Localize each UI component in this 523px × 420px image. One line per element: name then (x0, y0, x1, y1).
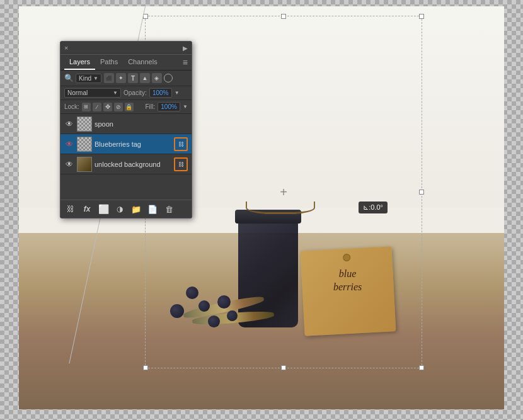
opacity-dropdown-icon[interactable]: ▼ (175, 90, 180, 96)
toolbar-adjustment-icon[interactable]: ◑ (113, 203, 126, 215)
tab-channels[interactable]: Channels (123, 55, 162, 70)
blend-row: Normal ▼ Opacity: 100% ▼ (60, 86, 192, 100)
filter-icons: ⬛ ✦ T ▲ ◈ (104, 73, 173, 83)
opacity-label: Opacity: (124, 89, 147, 96)
layer-item-background[interactable]: 👁 unlocked background ⛓ (60, 154, 192, 174)
tab-layers[interactable]: Layers (64, 55, 95, 70)
layer-name-background: unlocked background (95, 161, 171, 168)
filter-adjustment-icon[interactable]: ✦ (116, 73, 126, 83)
layers-list: 👁 spoon 👁 Blueberries tag ⛓ 👁 unlocked b… (60, 114, 192, 174)
layer-item-spoon[interactable]: 👁 spoon (60, 114, 192, 134)
lock-row: Lock: ⊞ ∕ ✥ ⊘ 🔒 Fill: 100% ▼ (60, 100, 192, 114)
panel-collapse-icon[interactable]: ▶ (183, 45, 188, 52)
lock-brush-icon[interactable]: ∕ (93, 103, 101, 111)
toolbar-fx-icon[interactable]: fx (81, 203, 93, 215)
lock-label: Lock: (64, 103, 79, 110)
berry (186, 287, 198, 299)
lock-partial-icon[interactable]: ⊘ (114, 103, 123, 111)
opacity-input[interactable]: 100% (149, 88, 172, 98)
filter-smartobj-icon[interactable]: ◈ (152, 73, 162, 83)
eye-icon-blueberries[interactable]: 👁 (64, 139, 74, 149)
fill-input[interactable]: 100% (158, 102, 180, 111)
fill-label: Fill: (146, 103, 156, 110)
layers-panel: × ▶ Layers Paths Channels ≡ 🔍 Kind ▼ ⬛ ✦… (60, 41, 192, 219)
blueberries-tag: blueberries (301, 246, 396, 336)
tab-paths[interactable]: Paths (95, 55, 123, 70)
eye-icon-spoon[interactable]: 👁 (64, 119, 74, 129)
layer-item-blueberries[interactable]: 👁 Blueberries tag ⛓ (60, 134, 192, 154)
panel-close-icon[interactable]: × (64, 44, 68, 52)
toolbar-mask-icon[interactable]: ⬜ (97, 203, 110, 215)
lock-icons: ⊞ ∕ ✥ ⊘ 🔒 (82, 103, 134, 111)
lock-move-icon[interactable]: ✥ (103, 103, 112, 111)
layer-name-blueberries: Blueberries tag (95, 140, 171, 148)
panel-tabs: Layers Paths Channels ≡ (60, 55, 192, 71)
panel-spacer (60, 174, 192, 200)
filter-shape-icon[interactable]: ▲ (140, 73, 150, 83)
blend-mode-select[interactable]: Normal ▼ (64, 88, 121, 98)
filter-pixel-icon[interactable]: ⬛ (104, 73, 114, 83)
layer-thumb-blueberries (77, 137, 92, 152)
filter-row: 🔍 Kind ▼ ⬛ ✦ T ▲ ◈ (60, 71, 192, 86)
layer-name-spoon: spoon (95, 120, 188, 128)
filter-kind-select[interactable]: Kind ▼ (76, 74, 101, 83)
layer-thumb-spoon (77, 116, 92, 132)
toolbar-new-layer-icon[interactable]: 📄 (146, 203, 159, 215)
layer-link-icon-blueberries[interactable]: ⛓ (174, 137, 188, 151)
layer-link-icon-background[interactable]: ⛓ (174, 157, 188, 171)
toolbar-folder-icon[interactable]: 📁 (130, 203, 142, 215)
layer-thumb-background (77, 157, 92, 172)
search-icon: 🔍 (64, 74, 73, 82)
lock-full-icon[interactable]: 🔒 (125, 103, 134, 111)
panel-menu-icon[interactable]: ≡ (183, 57, 188, 67)
eye-icon-background[interactable]: 👁 (64, 159, 74, 169)
panel-toolbar: ⛓ fx ⬜ ◑ 📁 📄 🗑 (60, 200, 192, 218)
lock-checkerboard-icon[interactable]: ⊞ (82, 103, 91, 111)
fill-dropdown-icon[interactable]: ▼ (183, 104, 188, 110)
toolbar-delete-icon[interactable]: 🗑 (163, 203, 175, 215)
panel-titlebar: × ▶ (60, 42, 192, 55)
filter-more-icon[interactable] (164, 74, 173, 82)
angle-indicator: ⊾:0.0° (359, 201, 388, 213)
filter-text-icon[interactable]: T (128, 73, 138, 83)
toolbar-link-icon[interactable]: ⛓ (64, 203, 77, 215)
